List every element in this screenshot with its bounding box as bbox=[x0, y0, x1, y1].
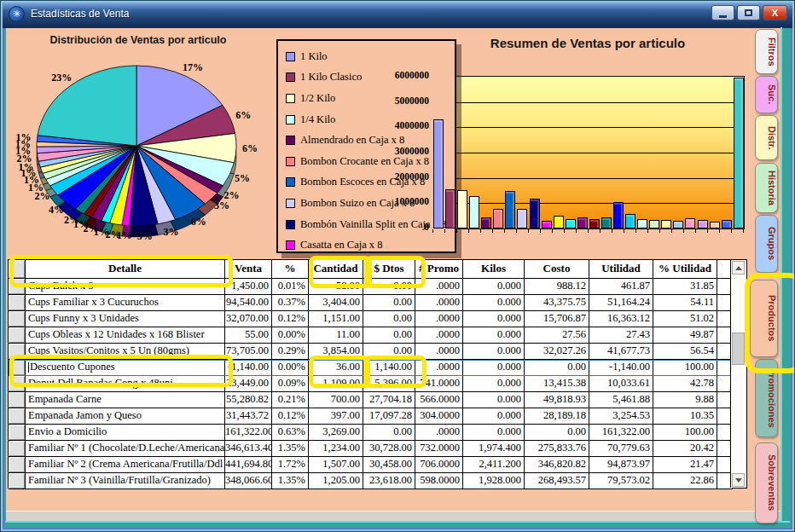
table-cell[interactable]: 20.42 bbox=[653, 441, 717, 457]
table-row[interactable]: Cups Familiar x 3 Cucuruchos94,540.000.3… bbox=[9, 295, 733, 311]
column-header[interactable]: $ Dtos bbox=[363, 260, 415, 279]
tab-grupos[interactable]: Grupos bbox=[755, 215, 778, 273]
table-cell[interactable]: 27.56 bbox=[525, 327, 589, 344]
table-row[interactable]: Familiar Nº 1 (Chocolate/D.Leche/America… bbox=[9, 441, 733, 457]
table-cell[interactable]: 11.00 bbox=[309, 327, 363, 344]
table-cell[interactable]: 3,404.00 bbox=[309, 295, 363, 311]
table-cell[interactable]: .0000 bbox=[415, 295, 463, 311]
table-cell[interactable]: Descuento Cupones bbox=[26, 360, 225, 376]
table-cell[interactable]: 15,706.87 bbox=[525, 311, 589, 327]
column-header[interactable]: Venta bbox=[225, 260, 272, 279]
table-cell[interactable]: 22.86 bbox=[653, 473, 717, 489]
table-cell[interactable]: 51,164.24 bbox=[589, 295, 653, 311]
table-cell[interactable]: 1,109.00 bbox=[309, 376, 363, 392]
table-cell[interactable]: 346,613.40 bbox=[225, 441, 272, 457]
table-cell[interactable]: 0.00 bbox=[363, 311, 415, 327]
table-cell[interactable]: 9.88 bbox=[653, 392, 717, 408]
table-cell[interactable]: 32,070.00 bbox=[225, 311, 272, 327]
row-selector[interactable] bbox=[9, 392, 26, 408]
row-selector[interactable] bbox=[9, 457, 26, 473]
table-cell[interactable]: 3,854.00 bbox=[309, 344, 363, 360]
tab-productos[interactable]: Productos bbox=[750, 280, 778, 357]
table-cell[interactable]: 43,375.75 bbox=[525, 295, 589, 311]
table-cell[interactable]: 1,234.00 bbox=[309, 441, 363, 457]
table-cell[interactable]: 1.35% bbox=[272, 473, 309, 489]
table-cell[interactable]: Familiar Nº 1 (Chocolate/D.Leche/America… bbox=[26, 441, 225, 457]
table-cell[interactable]: 3,254.53 bbox=[589, 408, 653, 425]
table-cell[interactable]: 397.00 bbox=[309, 408, 363, 425]
table-cell[interactable]: 0.00 bbox=[363, 425, 415, 441]
table-row[interactable]: Empanada Jamon y Queso31,443.720.12%397.… bbox=[9, 408, 733, 425]
table-cell[interactable]: 741.0000 bbox=[415, 376, 463, 392]
table-cell[interactable]: 5,396.00 bbox=[363, 376, 415, 392]
table-cell[interactable]: 0.12% bbox=[272, 408, 309, 425]
table-row[interactable]: Cups Balck x 31,450.000.01%58.000.00.000… bbox=[9, 279, 733, 295]
table-cell[interactable]: 49.87 bbox=[653, 327, 717, 344]
table-cell[interactable]: 0.00 bbox=[525, 360, 589, 376]
table-cell[interactable]: 706.0000 bbox=[415, 457, 463, 473]
table-cell[interactable]: -1,140.00 bbox=[225, 360, 272, 376]
table-cell[interactable]: .0000 bbox=[415, 327, 463, 344]
table-cell[interactable]: 0.37% bbox=[272, 295, 309, 311]
table-cell[interactable]: 0.00% bbox=[272, 327, 309, 344]
minimize-button[interactable] bbox=[711, 5, 734, 20]
table-cell[interactable]: 1,928.000 bbox=[463, 473, 525, 489]
row-selector[interactable] bbox=[9, 279, 26, 295]
table-cell[interactable]: 3,269.00 bbox=[309, 425, 363, 441]
table-cell[interactable]: 73,705.00 bbox=[225, 344, 272, 360]
scroll-down-button[interactable] bbox=[732, 473, 745, 487]
table-cell[interactable]: 16,363.12 bbox=[589, 311, 653, 327]
close-button[interactable]: X bbox=[763, 5, 787, 20]
tab-suc[interactable]: Suc. bbox=[755, 76, 778, 113]
table-cell[interactable]: 23,449.00 bbox=[225, 376, 272, 392]
table-cell[interactable]: 1,140.00 bbox=[363, 360, 415, 376]
table-cell[interactable]: 27,704.18 bbox=[363, 392, 415, 408]
table-cell[interactable]: 70,779.63 bbox=[589, 441, 653, 457]
column-header[interactable]: # Promo bbox=[415, 260, 463, 279]
row-selector[interactable] bbox=[9, 425, 26, 441]
table-cell[interactable]: Cups Funny x 3 Unidades bbox=[26, 311, 225, 327]
table-cell[interactable]: 0.000 bbox=[463, 295, 525, 311]
table-cell[interactable]: 94,873.97 bbox=[589, 457, 653, 473]
table-cell[interactable]: 41,677.73 bbox=[589, 344, 653, 360]
table-cell[interactable]: Familiar Nº 3 (Vainilla/Frutilla/Graniza… bbox=[26, 473, 225, 489]
table-cell[interactable]: 1,507.00 bbox=[309, 457, 363, 473]
table-cell[interactable]: .0000 bbox=[415, 425, 463, 441]
table-cell[interactable]: 0.00 bbox=[363, 295, 415, 311]
table-cell[interactable]: .0000 bbox=[415, 311, 463, 327]
scrollbar-thumb[interactable] bbox=[732, 332, 745, 365]
table-cell[interactable]: 100.00 bbox=[653, 425, 717, 441]
table-cell[interactable]: 27.43 bbox=[589, 327, 653, 344]
column-header[interactable]: Cantidad bbox=[309, 260, 363, 279]
table-cell[interactable]: 0.09% bbox=[272, 376, 309, 392]
table-cell[interactable]: Empanada Jamon y Queso bbox=[26, 408, 225, 425]
table-cell[interactable]: 0.00 bbox=[363, 327, 415, 344]
table-cell[interactable]: 732.0000 bbox=[415, 441, 463, 457]
table-cell[interactable]: 0.000 bbox=[463, 425, 525, 441]
table-cell[interactable]: 49,818.93 bbox=[525, 392, 589, 408]
table-cell[interactable]: Cups Familiar x 3 Cucuruchos bbox=[26, 295, 225, 311]
row-selector[interactable] bbox=[9, 408, 26, 425]
table-cell[interactable]: 1,974.400 bbox=[463, 441, 525, 457]
table-cell[interactable]: Cups Balck x 3 bbox=[26, 279, 225, 295]
table-cell[interactable]: 42.78 bbox=[653, 376, 717, 392]
table-cell[interactable]: 0.000 bbox=[463, 327, 525, 344]
table-cell[interactable]: 1,450.00 bbox=[225, 279, 272, 295]
table-cell[interactable]: 275,833.76 bbox=[525, 441, 589, 457]
table-cell[interactable]: 348,066.60 bbox=[225, 473, 272, 489]
column-header[interactable]: % Utilidad bbox=[653, 260, 717, 279]
scroll-up-button[interactable] bbox=[732, 261, 745, 275]
maximize-button[interactable] bbox=[737, 5, 760, 20]
table-cell[interactable]: 55.00 bbox=[225, 327, 272, 344]
column-header[interactable]: Utilidad bbox=[589, 260, 653, 279]
column-header[interactable]: % bbox=[272, 260, 309, 279]
tab-promociones[interactable]: Promociones bbox=[755, 359, 778, 437]
table-cell[interactable]: 2,411.200 bbox=[463, 457, 525, 473]
table-cell[interactable]: 268,493.57 bbox=[525, 473, 589, 489]
table-cell[interactable]: 1.35% bbox=[272, 441, 309, 457]
table-cell[interactable]: 17,097.28 bbox=[363, 408, 415, 425]
table-row[interactable]: Familiar Nº 2 (Crema Americana/Frutilla/… bbox=[9, 457, 733, 473]
column-header[interactable]: Detalle bbox=[26, 260, 225, 279]
table-row[interactable]: Descuento Cupones-1,140.000.00%36.001,14… bbox=[9, 360, 733, 376]
table-cell[interactable]: Familiar Nº 2 (Crema Americana/Frutilla/… bbox=[26, 457, 225, 473]
